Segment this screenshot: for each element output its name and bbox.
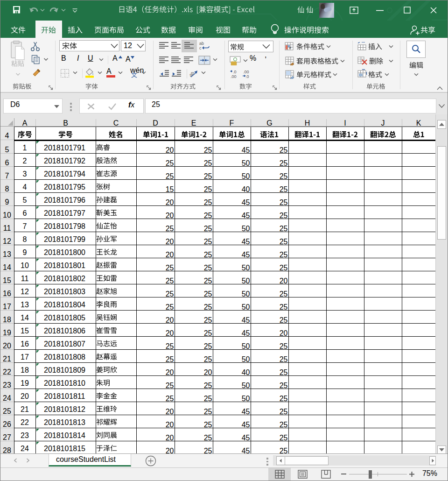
svg-text:ab: ab (199, 41, 204, 46)
svg-text:.00: .00 (243, 70, 249, 74)
svg-text:c: c (199, 46, 202, 50)
svg-text:≠: ≠ (289, 45, 292, 50)
svg-text:.0: .0 (245, 74, 249, 78)
svg-text:.0: .0 (233, 70, 237, 74)
svg-text:.00: .00 (231, 74, 237, 78)
